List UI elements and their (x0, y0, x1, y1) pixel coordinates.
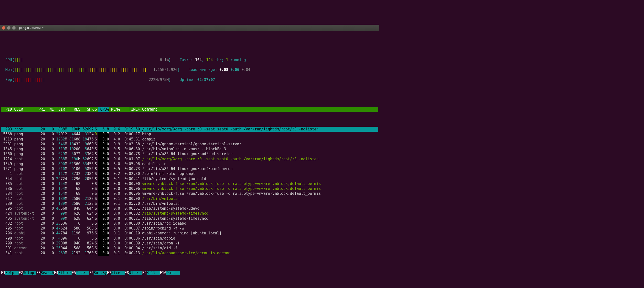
process-row[interactable]: 798root200439600S0.00.00:00.06/usr/sbin/… (1, 236, 378, 241)
process-row[interactable]: 801daemon20026044568568S0.00.00:00.04/us… (1, 246, 378, 251)
fkey-label[interactable]: SortBy (94, 271, 107, 275)
load1: 0.08 (220, 68, 228, 72)
column-header[interactable]: PIDUSERPRINIVIRTRESSHRSCPU%MEM%TIME+Comm… (1, 107, 378, 112)
fkey: F4 (54, 271, 58, 275)
fkey: F2 (18, 271, 23, 275)
cpu-bar: |||| (14, 58, 23, 62)
cpu-meter: CPU[||||6.1%] Tasks: 104, 194 thr; 1 run… (1, 58, 378, 62)
process-row[interactable]: 1660peng200629M50723364S0.00.30:00.78/us… (1, 152, 378, 156)
fkey: F7 (107, 271, 112, 275)
swp-meter: Swp[||||||||||||||222M/975M] Uptime: 02:… (1, 77, 378, 82)
fkey: F6 (89, 271, 94, 275)
swp-label: Swp (5, 78, 12, 82)
process-row[interactable]: 395root20046560848644S0.00.00:00.61/lib/… (1, 206, 378, 211)
process-row[interactable]: 2081peng200646M184329660S0.00.90:03.38/u… (1, 142, 378, 147)
footer-fkeys[interactable]: F1Help F2Setup F3SearchF4FilterF5Tree F6… (1, 270, 378, 275)
uptime-label: Uptime: (180, 78, 195, 82)
process-row[interactable]: 841root200269M21921760S0.00.10:00.13/usr… (1, 251, 378, 255)
fkey: F8 (124, 271, 129, 275)
process-list[interactable]: 993root200838M190M52692S6.89.60:19.50/us… (1, 127, 378, 256)
col-cmd[interactable]: Command (142, 107, 158, 112)
uptime-value: 02:37:07 (198, 78, 215, 82)
col-time[interactable]: TIME+ (120, 107, 140, 112)
process-row[interactable]: 1849peng200890M6136053456S0.03.00:05.96n… (1, 162, 378, 166)
fkey-label[interactable]: Nice - (112, 271, 124, 275)
load5: 0.06 (230, 68, 239, 72)
col-ni[interactable]: NI (45, 107, 54, 112)
process-row[interactable]: 5568peng2002701246443124R0.70.20:00.17ht… (1, 132, 378, 136)
process-row[interactable]: 796avahi200447841196976S0.00.10:00.19ava… (1, 231, 378, 236)
mem-value: 1.15G/1.92G (153, 68, 177, 72)
process-row[interactable]: 795root20047624580580S0.00.00:00.07/sbin… (1, 226, 378, 231)
process-row[interactable]: 1813peng2001232M8168818476S0.04.00:45.31… (1, 137, 378, 142)
process-row[interactable]: 424systemd-t20099M628624S0.00.00:00.02/l… (1, 211, 378, 216)
process-row[interactable]: 405systemd-t20099M628624S0.00.00:00.21/l… (1, 216, 378, 221)
window-title: peng@ubuntu: ~ (19, 26, 44, 30)
col-user[interactable]: USER (14, 107, 36, 112)
load-label: Load average: (188, 68, 217, 72)
terminal[interactable]: CPU[||||6.1%] Tasks: 104, 194 thr; 1 run… (0, 41, 379, 285)
process-row[interactable]: 386root200154M680S0.00.00:00.06vmware-vm… (1, 186, 378, 191)
mem-meter: Mem[||||||||||||||||||||||||||||||||||||… (1, 67, 378, 72)
col-res[interactable]: RES (67, 107, 80, 112)
thr-count: 194 (206, 58, 213, 62)
window-titlebar: peng@ubuntu: ~ (0, 25, 379, 31)
load15: 0.04 (242, 68, 250, 72)
fkey-label[interactable]: Tree (76, 271, 89, 275)
fkey: F9 (142, 271, 146, 275)
col-pri[interactable]: PRI (36, 107, 45, 112)
fkey-label[interactable]: Filter (58, 271, 72, 275)
process-row[interactable]: 389root200189M25802128S0.00.10:05.70/usr… (1, 201, 378, 206)
fkey: F5 (72, 271, 76, 275)
process-row[interactable]: 432root2002353600S0.00.00:00.00/usr/sbin… (1, 221, 378, 226)
fkey: F3 (36, 271, 41, 275)
minimize-icon[interactable] (7, 26, 10, 30)
cpu-value: 6.1% (160, 58, 168, 62)
fkey: F1 (1, 271, 5, 275)
process-row[interactable]: 1root200117M37322384S0.00.20:02.30/sbin/… (1, 171, 378, 176)
col-shr[interactable]: SHR (80, 107, 94, 112)
cpu-label: CPU (5, 58, 12, 62)
col-s[interactable]: S (94, 107, 98, 112)
mem-label: Mem (5, 68, 12, 72)
close-icon[interactable] (2, 26, 5, 30)
tasks-label: Tasks: (180, 58, 193, 62)
running-count: 1 (226, 58, 228, 62)
process-row[interactable]: 993root200838M190M52692S6.89.60:19.50/us… (1, 127, 378, 132)
fkey-label[interactable]: Quit (166, 271, 180, 275)
process-row[interactable]: 817root200189M25802128S0.00.10:00.00/usr… (1, 196, 378, 201)
fkey-label[interactable]: Help (5, 271, 18, 275)
maximize-icon[interactable] (12, 26, 16, 30)
process-row[interactable]: 384root200154M680S0.00.00:00.06vmware-vm… (1, 191, 378, 196)
col-mem[interactable]: MEM% (109, 107, 120, 112)
col-cpu[interactable]: CPU% (98, 107, 109, 112)
process-row[interactable]: 799root20029008940824S0.00.00:00.09/usr/… (1, 241, 378, 246)
process-row[interactable]: 385root200154M680S0.00.00:00.00vmware-vm… (1, 181, 378, 186)
fkey-label[interactable]: Kill (146, 271, 160, 275)
process-row[interactable]: 1214root200838M190M52692S0.09.60:01.07/u… (1, 157, 378, 162)
process-row[interactable]: 1845peng200519M102005640S0.00.50:06.30/u… (1, 147, 378, 152)
process-row[interactable]: 1571peng200510M91005856S0.00.50:00.73/us… (1, 166, 378, 171)
tasks-count: 104 (195, 58, 202, 62)
fkey-label[interactable]: Nice + (129, 271, 142, 275)
process-row[interactable]: 344root2002972422962056S0.00.10:00.41/li… (1, 176, 378, 181)
col-pid[interactable]: PID (1, 107, 12, 112)
fkey: F10 (160, 271, 166, 275)
col-virt[interactable]: VIRT (54, 107, 67, 112)
swp-value: 222M/975M (149, 78, 168, 82)
fkey-label[interactable]: Setup (23, 271, 36, 275)
fkey-label[interactable]: Search (41, 271, 54, 275)
